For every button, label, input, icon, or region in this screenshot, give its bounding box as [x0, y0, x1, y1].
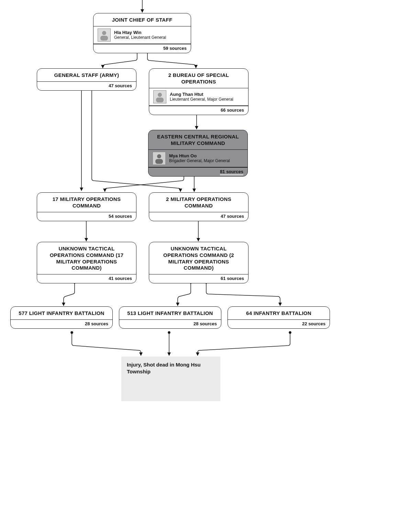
person-row: Hla Htay Win General, Lieutenant General	[93, 26, 191, 44]
node-unknown-toc-2[interactable]: UNKNOWN TACTICAL OPERATIONS COMMAND (2 M…	[149, 242, 248, 283]
sources-count: 81 sources	[148, 167, 247, 176]
node-unknown-toc-17[interactable]: UNKNOWN TACTICAL OPERATIONS COMMAND (17 …	[37, 242, 136, 283]
person-photo	[98, 29, 111, 42]
person-rank: Brigadier General, Major General	[169, 158, 230, 163]
node-title: EASTERN CENTRAL REGIONAL MILITARY COMMAN…	[148, 130, 247, 149]
sources-count: 47 sources	[37, 81, 136, 90]
node-64-infantry-battalion[interactable]: 64 INFANTRY BATTALION 22 sources	[228, 306, 330, 329]
person-name: Hla Htay Win	[114, 30, 166, 35]
node-title: GENERAL STAFF (ARMY)	[37, 69, 136, 81]
person-rank: General, Lieutenant General	[114, 35, 166, 40]
node-2-bureau-special-operations[interactable]: 2 BUREAU OF SPECIAL OPERATIONS Aung Than…	[149, 68, 248, 115]
incident-box[interactable]: Injury, Shot dead in Mong Hsu Township	[121, 357, 220, 401]
svg-point-14	[289, 331, 291, 334]
svg-point-16	[102, 31, 106, 35]
node-title: 2 MILITARY OPERATIONS COMMAND	[149, 193, 248, 212]
sources-count: 66 sources	[149, 106, 248, 115]
person-row: Aung Than Htut Lieutenant General, Major…	[149, 88, 248, 106]
svg-point-22	[157, 154, 161, 158]
node-17-military-operations-command[interactable]: 17 MILITARY OPERATIONS COMMAND 54 source…	[37, 192, 136, 221]
person-photo	[153, 152, 166, 165]
node-eastern-central-regional-military-command[interactable]: EASTERN CENTRAL REGIONAL MILITARY COMMAN…	[148, 130, 248, 177]
person-name: Mya Htun Oo	[169, 153, 230, 159]
svg-rect-23	[155, 159, 163, 164]
sources-count: 28 sources	[11, 319, 112, 328]
sources-count: 41 sources	[37, 274, 136, 283]
person-photo	[153, 90, 166, 103]
node-joint-chief-of-staff[interactable]: JOINT CHIEF OF STAFF Hla Htay Win Genera…	[93, 13, 191, 53]
node-title: 513 LIGHT INFANTRY BATTALION	[119, 307, 221, 319]
node-title: 2 BUREAU OF SPECIAL OPERATIONS	[149, 69, 248, 88]
sources-count: 54 sources	[37, 212, 136, 221]
svg-point-19	[158, 93, 162, 97]
svg-point-12	[71, 331, 73, 334]
node-title: 64 INFANTRY BATTALION	[228, 307, 330, 319]
sources-count: 47 sources	[149, 212, 248, 221]
org-chart: JOINT CHIEF OF STAFF Hla Htay Win Genera…	[0, 0, 420, 507]
svg-point-13	[168, 331, 170, 334]
sources-count: 61 sources	[149, 274, 248, 283]
node-title: UNKNOWN TACTICAL OPERATIONS COMMAND (2 M…	[149, 242, 248, 274]
svg-rect-17	[100, 36, 108, 41]
svg-rect-20	[156, 98, 164, 102]
node-title: UNKNOWN TACTICAL OPERATIONS COMMAND (17 …	[37, 242, 136, 274]
sources-count: 28 sources	[119, 319, 221, 328]
node-577-light-infantry-battalion[interactable]: 577 LIGHT INFANTRY BATTALION 28 sources	[10, 306, 113, 329]
person-rank: Lieutenant General, Major General	[170, 97, 233, 102]
node-general-staff-army[interactable]: GENERAL STAFF (ARMY) 47 sources	[37, 68, 136, 91]
node-513-light-infantry-battalion[interactable]: 513 LIGHT INFANTRY BATTALION 28 sources	[119, 306, 221, 329]
node-2-military-operations-command[interactable]: 2 MILITARY OPERATIONS COMMAND 47 sources	[149, 192, 248, 221]
person-row: Mya Htun Oo Brigadier General, Major Gen…	[148, 149, 247, 167]
node-title: 577 LIGHT INFANTRY BATTALION	[11, 307, 112, 319]
sources-count: 59 sources	[93, 44, 191, 53]
node-title: 17 MILITARY OPERATIONS COMMAND	[37, 193, 136, 212]
incident-text: Injury, Shot dead in Mong Hsu Township	[127, 362, 201, 374]
node-title: JOINT CHIEF OF STAFF	[93, 13, 191, 26]
person-name: Aung Than Htut	[170, 92, 233, 97]
sources-count: 22 sources	[228, 319, 330, 328]
